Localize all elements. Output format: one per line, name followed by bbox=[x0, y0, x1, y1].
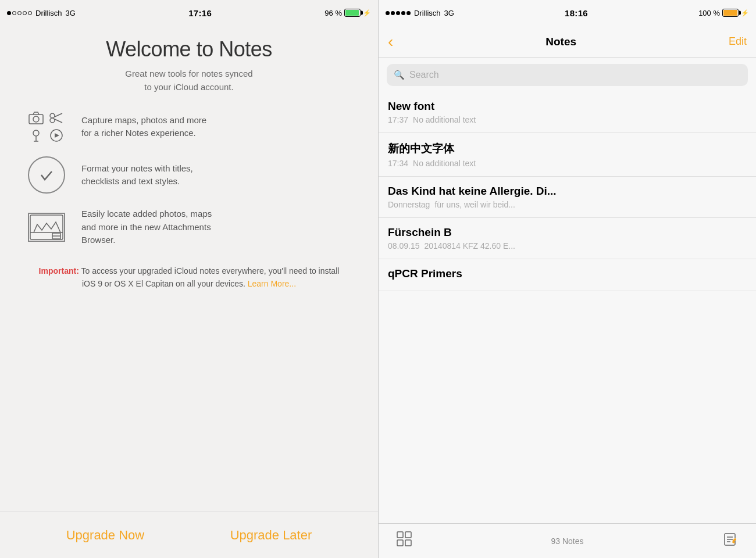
important-section: Important: To access your upgraded iClou… bbox=[23, 264, 355, 302]
compose-button[interactable] bbox=[722, 531, 739, 551]
learn-more-link[interactable]: Learn More... bbox=[248, 279, 296, 288]
feature-capture-text: Capture maps, photos and morefor a riche… bbox=[81, 114, 206, 140]
note-preview: für uns, weil wir beid... bbox=[434, 200, 515, 209]
note-preview: No additional text bbox=[413, 159, 476, 168]
compose-icon bbox=[722, 531, 739, 548]
list-item[interactable]: Fürschein B 08.09.15 20140814 KFZ 42.60 … bbox=[379, 218, 756, 259]
svg-rect-17 bbox=[397, 540, 403, 546]
list-item[interactable]: Das Kind hat keine Allergie. Di... Donne… bbox=[379, 177, 756, 218]
dot-2 bbox=[12, 11, 16, 15]
svg-point-6 bbox=[33, 130, 39, 136]
network-left: 3G bbox=[66, 9, 76, 17]
right-status-bar-right: 100 % ⚡ bbox=[698, 9, 749, 17]
search-input[interactable]: Search bbox=[409, 70, 439, 80]
svg-rect-18 bbox=[405, 540, 411, 546]
format-icon-wrap bbox=[23, 156, 70, 194]
note-date: 17:37 bbox=[388, 115, 408, 124]
left-status-bar: Drillisch 3G 17:16 96 % ⚡ bbox=[0, 0, 378, 26]
capture-icon-group bbox=[28, 111, 65, 142]
battery-icon-left bbox=[344, 9, 361, 17]
svg-rect-16 bbox=[405, 532, 411, 538]
dot-5 bbox=[28, 11, 32, 15]
dot-r4 bbox=[401, 11, 405, 15]
right-status-bar-left: Drillisch 3G bbox=[386, 9, 454, 17]
svg-rect-15 bbox=[397, 532, 403, 538]
note-title: Fürschein B bbox=[388, 226, 747, 239]
note-title: 新的中文字体 bbox=[388, 141, 747, 156]
note-date: 17:34 bbox=[388, 159, 408, 168]
note-meta: 17:34 No additional text bbox=[388, 159, 747, 168]
dot-r3 bbox=[396, 11, 400, 15]
svg-point-1 bbox=[33, 116, 39, 122]
dot-r5 bbox=[406, 11, 411, 15]
list-item[interactable]: qPCR Primers bbox=[379, 259, 756, 291]
grid-icon bbox=[396, 531, 412, 547]
feature-format: Format your notes with titles,checklists… bbox=[23, 156, 355, 194]
note-title: qPCR Primers bbox=[388, 267, 747, 280]
features-list: Capture maps, photos and morefor a riche… bbox=[23, 111, 355, 247]
nav-title: Notes bbox=[545, 35, 576, 48]
welcome-title: Welcome to Notes bbox=[106, 37, 272, 62]
feature-format-text: Format your notes with titles,checklists… bbox=[81, 162, 193, 188]
svg-marker-10 bbox=[55, 133, 59, 138]
tab-bar: 93 Notes bbox=[379, 523, 756, 558]
important-text: To access your upgraded iCloud notes eve… bbox=[81, 266, 339, 288]
right-status-bar: Drillisch 3G 18:16 100 % ⚡ bbox=[379, 0, 756, 26]
attachments-icon-wrap bbox=[23, 213, 70, 242]
left-content: Welcome to Notes Great new tools for not… bbox=[0, 26, 378, 512]
carrier-right: Drillisch bbox=[414, 9, 441, 17]
check-svg bbox=[36, 164, 57, 185]
battery-percent-right: 100 % bbox=[698, 9, 720, 17]
svg-line-4 bbox=[55, 113, 62, 117]
notes-list: New font 17:37 No additional text 新的中文字体… bbox=[379, 92, 756, 523]
back-button[interactable]: ‹ bbox=[388, 34, 393, 50]
note-meta: 08.09.15 20140814 KFZ 42.60 E... bbox=[388, 241, 747, 251]
upgrade-later-button[interactable]: Upgrade Later bbox=[230, 528, 312, 543]
carrier-left: Drillisch bbox=[35, 9, 62, 17]
scissors-icon bbox=[48, 111, 65, 125]
navigation-bar: ‹ Notes Edit bbox=[379, 26, 756, 58]
left-panel: Drillisch 3G 17:16 96 % ⚡ Welcome to Not… bbox=[0, 0, 378, 558]
feature-attachments-text: Easily locate added photos, mapsand more… bbox=[81, 208, 212, 247]
left-bottom-bar: Upgrade Now Upgrade Later bbox=[0, 512, 378, 558]
dot-4 bbox=[23, 11, 27, 15]
search-container: 🔍 Search bbox=[379, 58, 756, 92]
dot-r2 bbox=[391, 11, 395, 15]
left-status-bar-right: 96 % ⚡ bbox=[324, 9, 371, 17]
welcome-subtitle: Great new tools for notes syncedto your … bbox=[125, 67, 252, 94]
time-right: 18:16 bbox=[565, 8, 588, 18]
svg-point-3 bbox=[50, 118, 55, 123]
feature-attachments: Easily locate added photos, mapsand more… bbox=[23, 208, 355, 247]
list-item[interactable]: 新的中文字体 17:34 No additional text bbox=[379, 133, 756, 177]
right-panel: Drillisch 3G 18:16 100 % ⚡ ‹ Notes Edit … bbox=[378, 0, 756, 558]
lightning-icon: ⚡ bbox=[363, 9, 371, 17]
signal-dots-left bbox=[7, 11, 32, 15]
play-icon bbox=[48, 128, 65, 142]
attachments-icon bbox=[28, 213, 65, 242]
feature-capture: Capture maps, photos and morefor a riche… bbox=[23, 111, 355, 142]
camera-icon bbox=[28, 111, 44, 125]
network-right: 3G bbox=[444, 9, 454, 17]
battery-fill-right bbox=[723, 10, 737, 16]
time-left: 17:16 bbox=[188, 8, 212, 18]
grid-view-button[interactable] bbox=[396, 531, 412, 551]
note-meta: Donnerstag für uns, weil wir beid... bbox=[388, 200, 747, 209]
signal-dots-right bbox=[386, 11, 411, 15]
upgrade-now-button[interactable]: Upgrade Now bbox=[66, 528, 145, 543]
svg-point-2 bbox=[50, 113, 55, 118]
battery-percent-left: 96 % bbox=[324, 9, 342, 17]
pin-icon bbox=[28, 128, 44, 142]
note-date: Donnerstag bbox=[388, 200, 430, 209]
edit-button[interactable]: Edit bbox=[729, 35, 747, 48]
battery-icon-right bbox=[722, 9, 739, 17]
note-meta: 17:37 No additional text bbox=[388, 115, 747, 124]
search-icon: 🔍 bbox=[394, 70, 405, 80]
note-preview: No additional text bbox=[413, 115, 476, 124]
search-bar[interactable]: 🔍 Search bbox=[387, 64, 748, 86]
note-title: Das Kind hat keine Allergie. Di... bbox=[388, 185, 747, 198]
note-date: 08.09.15 bbox=[388, 241, 420, 251]
checkmark-icon bbox=[28, 156, 65, 194]
battery-fill-left bbox=[345, 10, 359, 16]
capture-icons bbox=[23, 111, 70, 142]
list-item[interactable]: New font 17:37 No additional text bbox=[379, 92, 756, 133]
